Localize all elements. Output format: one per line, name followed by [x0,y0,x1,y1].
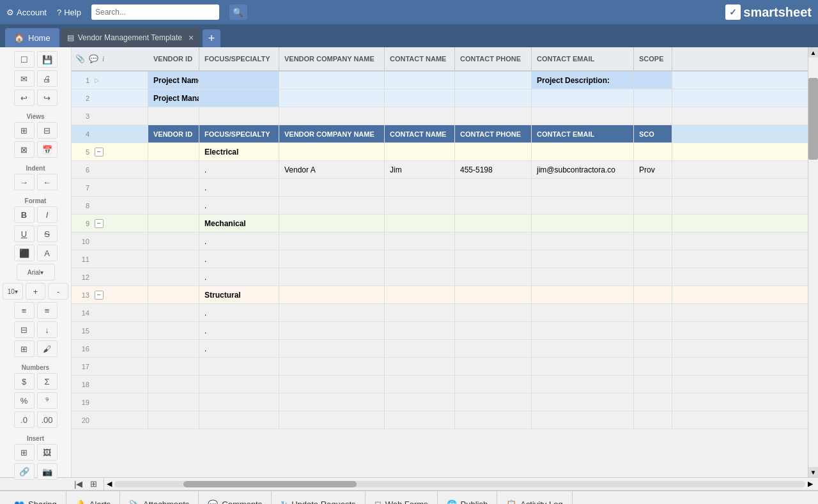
cell-10-company[interactable] [279,233,385,250]
strikethrough-button[interactable]: S [37,225,58,242]
cell-17-scope[interactable] [634,358,672,375]
insert-link-button[interactable]: 🔗 [14,463,35,480]
cell-4-email[interactable]: CONTACT EMAIL [532,125,634,142]
cell-12-scope[interactable] [634,268,672,286]
cell-9-phone[interactable] [455,215,532,232]
increase-font-button[interactable]: + [26,283,46,300]
cell-17-email[interactable] [532,358,634,375]
cell-19-company[interactable] [279,393,385,411]
cell-20-focus[interactable] [199,411,279,429]
cell-8-contact[interactable] [385,197,455,214]
update-requests-button[interactable]: ↻ Update Requests [272,491,365,504]
font-select[interactable]: Arial▾ [17,264,55,280]
cell-17-focus[interactable] [199,358,279,375]
cell-4-vid[interactable]: VENDOR ID [148,125,199,142]
cell-19-vid[interactable] [148,393,199,411]
cell-3-phone[interactable] [455,107,532,125]
tab-add-button[interactable]: + [203,29,220,47]
undo-button[interactable]: ↩ [14,89,35,106]
cell-8-vid[interactable] [148,197,199,214]
cell-9-vid[interactable] [148,215,199,232]
cell-14-email[interactable] [532,304,634,321]
cell-18-focus[interactable] [199,376,279,393]
cell-12-focus[interactable]: . [199,268,279,286]
cell-13-contact[interactable] [385,286,455,303]
redo-button[interactable]: ↪ [37,89,58,106]
card-view-button[interactable]: ⊟ [37,122,58,139]
cell-13-vid[interactable] [148,286,199,303]
table-format-button[interactable]: ⊞ [14,340,35,357]
cell-16-focus[interactable]: . [199,340,279,357]
cell-7-contact[interactable] [385,179,455,196]
cell-20-phone[interactable] [455,411,532,429]
decrease-font-button[interactable]: - [48,283,68,300]
cell-20-scope[interactable] [634,411,672,429]
cell-7-phone[interactable] [455,179,532,196]
cell-14-focus[interactable]: . [199,304,279,321]
grid-view-button[interactable]: ⊞ [14,122,35,139]
first-sheet-button[interactable]: |◀ [72,478,85,490]
cell-16-contact[interactable] [385,340,455,357]
cell-9-email[interactable] [532,215,634,232]
cell-2-contact[interactable] [385,89,455,107]
cell-11-scope[interactable] [634,250,672,268]
scroll-left-button[interactable]: ◀ [104,480,114,488]
cell-11-contact[interactable] [385,250,455,268]
cell-11-phone[interactable] [455,250,532,268]
gantt-view-button[interactable]: ⊠ [14,141,35,158]
cell-3-company[interactable] [279,107,385,125]
cell-18-email[interactable] [532,376,634,393]
cell-19-focus[interactable] [199,393,279,411]
percent-button[interactable]: % [14,392,35,409]
scroll-up-button[interactable]: ▲ [808,47,819,57]
cell-5-focus[interactable]: Electrical [199,143,279,160]
align-left-button[interactable]: ≡ [14,302,35,319]
cell-14-contact[interactable] [385,304,455,321]
cell-9-company[interactable] [279,215,385,232]
col-header-phone[interactable]: CONTACT PHONE [455,47,532,70]
cell-20-email[interactable] [532,411,634,429]
cell-3-contact[interactable] [385,107,455,125]
cell-6-email[interactable]: jim@subcontractora.co [532,161,634,178]
col-header-company[interactable]: VENDOR COMPANY NAME [279,47,385,70]
cell-13-focus[interactable]: Structural [199,286,279,303]
cell-5-email[interactable] [532,143,634,160]
cell-4-contact[interactable]: CONTACT NAME [385,125,455,142]
tab-close-button[interactable]: × [189,33,194,43]
cell-17-vid[interactable] [148,358,199,375]
cell-18-scope[interactable] [634,376,672,393]
activity-log-button[interactable]: 📋 Activity Log [497,491,572,504]
font-size-select[interactable]: 10▾ [3,283,23,300]
cell-9-scope[interactable] [634,215,672,232]
cell-6-phone[interactable]: 455-5198 [455,161,532,178]
cell-color-button[interactable]: ⬛ [14,245,35,261]
col-header-scope[interactable]: SCOPE [634,47,672,70]
col-header-focus[interactable]: FOCUS/SPECIALTY [199,47,279,70]
cell-13-email[interactable] [532,286,634,303]
cell-2-focus[interactable] [199,89,279,107]
cell-16-company[interactable] [279,340,385,357]
cell-12-phone[interactable] [455,268,532,286]
text-color-button[interactable]: A [37,245,58,261]
indent-button[interactable]: → [14,174,35,190]
cell-2-company[interactable] [279,89,385,107]
cell-13-company[interactable] [279,286,385,303]
cell-14-scope[interactable] [634,304,672,321]
cell-10-contact[interactable] [385,233,455,250]
cell-8-phone[interactable] [455,197,532,214]
vertical-scrollbar[interactable]: ▲ ▼ [808,47,818,477]
currency-button[interactable]: $ [14,373,35,390]
email-button[interactable]: ✉ [14,70,35,87]
cell-1-contact[interactable] [385,72,455,89]
cell-15-phone[interactable] [455,322,532,339]
cell-19-phone[interactable] [455,393,532,411]
cell-7-scope[interactable] [634,179,672,196]
decrease-decimal-button[interactable]: .0 [14,411,35,428]
insert-cells-button[interactable]: ⊞ [14,444,35,461]
cell-6-focus[interactable]: . [199,161,279,178]
account-menu[interactable]: ⚙ Account [6,8,47,17]
cell-19-scope[interactable] [634,393,672,411]
cell-2-email[interactable] [532,89,634,107]
help-menu[interactable]: ? Help [57,8,81,17]
cell-10-vid[interactable] [148,233,199,250]
